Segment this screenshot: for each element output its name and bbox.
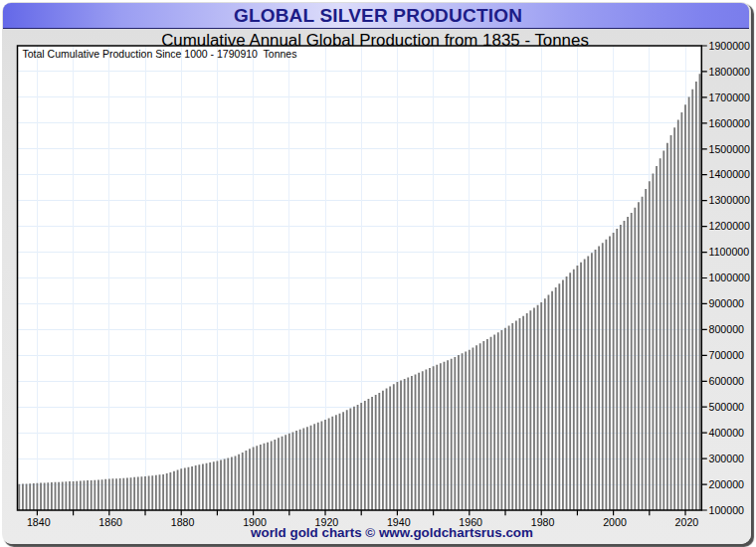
svg-text:1860: 1860 xyxy=(98,516,122,528)
svg-text:1100000: 1100000 xyxy=(709,246,750,258)
svg-text:600000: 600000 xyxy=(709,375,745,387)
svg-text:700000: 700000 xyxy=(709,349,745,361)
svg-text:1500000: 1500000 xyxy=(709,143,751,155)
svg-text:100000: 100000 xyxy=(709,504,745,516)
svg-text:1000000: 1000000 xyxy=(709,272,751,283)
svg-text:1980: 1980 xyxy=(531,516,555,528)
svg-text:1400000: 1400000 xyxy=(709,168,751,180)
svg-text:1300000: 1300000 xyxy=(709,194,751,206)
svg-text:Cumulative Annual Global Produ: Cumulative Annual Global Production from… xyxy=(161,31,589,50)
svg-text:1840: 1840 xyxy=(27,516,51,528)
svg-text:1600000: 1600000 xyxy=(709,117,751,129)
svg-text:1800000: 1800000 xyxy=(709,66,751,78)
svg-text:500000: 500000 xyxy=(709,401,745,413)
svg-text:world gold charts © www.goldch: world gold charts © www.goldchartsrus.co… xyxy=(250,525,533,540)
svg-text:1900000: 1900000 xyxy=(709,40,751,52)
svg-text:1200000: 1200000 xyxy=(709,220,751,232)
svg-text:1880: 1880 xyxy=(171,516,195,528)
svg-text:300000: 300000 xyxy=(709,453,745,464)
svg-text:2000: 2000 xyxy=(603,516,627,528)
svg-text:2020: 2020 xyxy=(675,516,699,528)
svg-text:900000: 900000 xyxy=(709,297,745,309)
svg-text:400000: 400000 xyxy=(709,427,745,439)
svg-text:1700000: 1700000 xyxy=(709,91,751,103)
svg-text:800000: 800000 xyxy=(709,323,745,335)
svg-text:GLOBAL SILVER PRODUCTION: GLOBAL SILVER PRODUCTION xyxy=(234,5,522,26)
svg-text:200000: 200000 xyxy=(709,478,745,490)
